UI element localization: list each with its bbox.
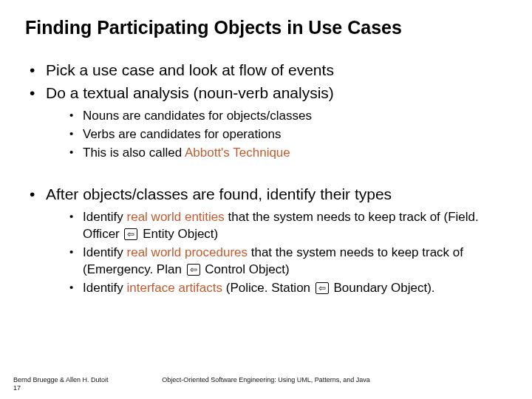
bullet-text: Nouns are candidates for objects/classes [83, 109, 312, 123]
arrow-icon: ⇦ [124, 228, 137, 240]
bullet-textual-analysis: Do a textual analysis (noun-verb analysi… [27, 83, 507, 162]
bullet-list: Pick a use case and look at flow of even… [25, 60, 507, 297]
slide: Finding Participating Objects in Use Cas… [0, 0, 532, 399]
sub-list: Identify real world entities that the sy… [46, 209, 507, 297]
bullet-text: Pick a use case and look at flow of even… [46, 61, 334, 78]
bullet-after-objects: After objects/classes are found, identif… [27, 184, 507, 297]
bullet-text: Verbs are candidates for operations [83, 127, 281, 141]
accent-text: Abbott's Technique [185, 146, 290, 160]
bullet-text: Do a textual analysis (noun-verb analysi… [46, 84, 334, 101]
text: (Police. Station [222, 281, 314, 295]
sub-list: Nouns are candidates for objects/classes… [46, 108, 507, 162]
bullet-pick-use-case: Pick a use case and look at flow of even… [27, 60, 507, 81]
sub-procedures: Identify real world procedures that the … [68, 245, 507, 279]
accent-text: real world procedures [127, 245, 248, 259]
footer-book: Object-Oriented Software Engineering: Us… [13, 376, 519, 383]
text: Identify [83, 210, 127, 224]
footer-page: 17 [13, 384, 21, 392]
text: Boundary Object). [330, 281, 435, 295]
bullet-text: This is also called [83, 146, 185, 160]
footer: Bernd Bruegge & Allen H. Dutoit 17 Objec… [13, 376, 519, 393]
sub-nouns: Nouns are candidates for objects/classes [68, 108, 507, 125]
sub-artifacts: Identify interface artifacts (Police. St… [68, 280, 507, 297]
sub-entities: Identify real world entities that the sy… [68, 209, 507, 243]
accent-text: interface artifacts [127, 281, 222, 295]
accent-text: real world entities [127, 210, 225, 224]
text: Entity Object) [139, 227, 218, 241]
text: Control Object) [202, 262, 290, 276]
text: Identify [83, 281, 127, 295]
text: Identify [83, 245, 127, 259]
arrow-icon: ⇦ [187, 264, 200, 276]
slide-title: Finding Participating Objects in Use Cas… [25, 16, 507, 39]
bullet-text: After objects/classes are found, identif… [46, 185, 392, 202]
sub-verbs: Verbs are candidates for operations [68, 126, 507, 143]
arrow-icon: ⇦ [316, 282, 329, 294]
spacer [27, 163, 507, 183]
sub-abbott: This is also called Abbott's Technique [68, 145, 507, 162]
